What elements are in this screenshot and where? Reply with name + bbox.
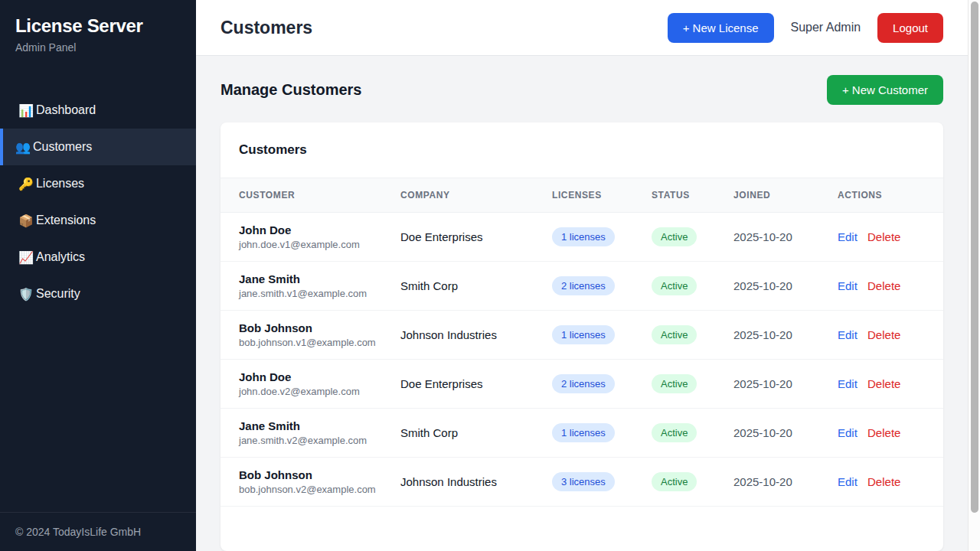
company-cell: Smith Corp xyxy=(400,409,552,458)
delete-link[interactable]: Delete xyxy=(867,230,900,243)
edit-link[interactable]: Edit xyxy=(838,328,858,341)
table-row: Bob Johnson bob.johnson.v2@example.com J… xyxy=(220,458,943,507)
customer-cell: Jane Smith jane.smith.v2@example.com xyxy=(220,409,400,458)
joined-cell: 2025-10-20 xyxy=(733,360,838,409)
status-badge: Active xyxy=(652,472,697,492)
col-company: COMPANY xyxy=(400,178,552,213)
main-column: Customers + New License Super Admin Logo… xyxy=(196,0,980,551)
status-cell: Active xyxy=(652,458,733,507)
sidebar: License Server Admin Panel 📊 Dashboard 👥… xyxy=(0,0,196,551)
edit-link[interactable]: Edit xyxy=(838,426,858,439)
customer-email: jane.smith.v2@example.com xyxy=(239,435,400,446)
sidebar-item-label: Dashboard xyxy=(36,103,96,117)
table-header-row: CUSTOMER COMPANY LICENSES STATUS JOINED … xyxy=(220,178,943,213)
licenses-cell: 1 licenses xyxy=(552,409,652,458)
sidebar-item-security[interactable]: 🛡️ Security xyxy=(0,276,196,312)
licenses-badge: 1 licenses xyxy=(552,423,615,443)
new-license-button[interactable]: + New License xyxy=(668,13,774,43)
card-header: Customers xyxy=(220,122,943,178)
edit-link[interactable]: Edit xyxy=(838,230,858,243)
licenses-cell: 1 licenses xyxy=(552,213,652,262)
status-cell: Active xyxy=(652,213,733,262)
table-row: John Doe john.doe.v2@example.com Doe Ent… xyxy=(220,360,943,409)
company-cell: Doe Enterprises xyxy=(400,213,552,262)
edit-link[interactable]: Edit xyxy=(838,377,858,390)
licenses-icon: 🔑 xyxy=(18,177,34,191)
actions-cell: Edit Delete xyxy=(838,311,943,360)
licenses-badge: 1 licenses xyxy=(552,227,615,247)
table-row: John Doe john.doe.v1@example.com Doe Ent… xyxy=(220,213,943,262)
sidebar-item-licenses[interactable]: 🔑 Licenses xyxy=(0,165,196,202)
customer-cell: Jane Smith jane.smith.v1@example.com xyxy=(220,262,400,311)
joined-cell: 2025-10-20 xyxy=(733,213,838,262)
sidebar-item-extensions[interactable]: 📦 Extensions xyxy=(0,202,196,239)
customer-email: bob.johnson.v1@example.com xyxy=(239,337,400,348)
app-title: License Server xyxy=(15,15,181,37)
customer-email: bob.johnson.v2@example.com xyxy=(239,484,400,495)
logout-button[interactable]: Logout xyxy=(877,13,943,43)
customer-cell: John Doe john.doe.v2@example.com xyxy=(220,360,400,409)
col-actions: ACTIONS xyxy=(838,178,943,213)
table-row: Jane Smith jane.smith.v2@example.com Smi… xyxy=(220,409,943,458)
sidebar-item-customers[interactable]: 👥 Customers xyxy=(0,129,196,165)
sidebar-item-analytics[interactable]: 📈 Analytics xyxy=(0,239,196,276)
licenses-badge: 1 licenses xyxy=(552,325,615,345)
app-subtitle: Admin Panel xyxy=(15,41,181,54)
company-cell: Doe Enterprises xyxy=(400,360,552,409)
licenses-cell: 1 licenses xyxy=(552,311,652,360)
delete-link[interactable]: Delete xyxy=(867,279,900,292)
manage-customers-heading: Manage Customers xyxy=(220,81,362,99)
customer-name: Bob Johnson xyxy=(239,468,400,481)
licenses-cell: 2 licenses xyxy=(552,360,652,409)
sidebar-nav: 📊 Dashboard 👥 Customers 🔑 Licenses 📦 Ext… xyxy=(0,92,196,312)
delete-link[interactable]: Delete xyxy=(867,377,900,390)
user-role-label: Super Admin xyxy=(791,21,861,34)
page-title: Customers xyxy=(220,18,312,38)
delete-link[interactable]: Delete xyxy=(867,426,900,439)
scrollbar-thumb[interactable] xyxy=(971,2,978,513)
actions-cell: Edit Delete xyxy=(838,360,943,409)
customer-email: john.doe.v1@example.com xyxy=(239,239,400,250)
delete-link[interactable]: Delete xyxy=(867,475,900,488)
delete-link[interactable]: Delete xyxy=(867,328,900,341)
new-customer-button[interactable]: + New Customer xyxy=(827,75,943,105)
actions-cell: Edit Delete xyxy=(838,213,943,262)
status-cell: Active xyxy=(652,360,733,409)
company-cell: Johnson Industries xyxy=(400,458,552,507)
table-row: Jane Smith jane.smith.v1@example.com Smi… xyxy=(220,262,943,311)
customer-name: John Doe xyxy=(239,370,400,383)
edit-link[interactable]: Edit xyxy=(838,279,858,292)
edit-link[interactable]: Edit xyxy=(838,475,858,488)
customer-cell: Bob Johnson bob.johnson.v1@example.com xyxy=(220,311,400,360)
sidebar-footer: © 2024 TodayIsLife GmbH xyxy=(0,512,196,551)
analytics-icon: 📈 xyxy=(18,250,34,265)
status-badge: Active xyxy=(652,227,697,247)
customer-name: Jane Smith xyxy=(239,419,400,432)
topbar-actions: + New License Super Admin Logout xyxy=(668,13,943,43)
status-badge: Active xyxy=(652,423,697,443)
dashboard-icon: 📊 xyxy=(18,103,34,118)
status-cell: Active xyxy=(652,311,733,360)
sidebar-item-dashboard[interactable]: 📊 Dashboard xyxy=(0,92,196,129)
customer-email: john.doe.v2@example.com xyxy=(239,386,400,397)
joined-cell: 2025-10-20 xyxy=(733,409,838,458)
status-badge: Active xyxy=(652,374,697,394)
joined-cell: 2025-10-20 xyxy=(733,458,838,507)
customer-name: John Doe xyxy=(239,223,400,236)
table-row: Bob Johnson bob.johnson.v1@example.com J… xyxy=(220,311,943,360)
topbar: Customers + New License Super Admin Logo… xyxy=(196,0,980,56)
customer-cell: John Doe john.doe.v1@example.com xyxy=(220,213,400,262)
company-cell: Johnson Industries xyxy=(400,311,552,360)
table-body: John Doe john.doe.v1@example.com Doe Ent… xyxy=(220,213,943,507)
status-cell: Active xyxy=(652,409,733,458)
joined-cell: 2025-10-20 xyxy=(733,311,838,360)
sidebar-item-label: Licenses xyxy=(36,177,84,191)
table-head: CUSTOMER COMPANY LICENSES STATUS JOINED … xyxy=(220,178,943,213)
status-badge: Active xyxy=(652,325,697,345)
customers-icon: 👥 xyxy=(15,140,31,155)
content-area: Manage Customers + New Customer Customer… xyxy=(196,56,980,551)
scrollbar[interactable] xyxy=(968,0,980,551)
col-licenses: LICENSES xyxy=(552,178,652,213)
customer-email: jane.smith.v1@example.com xyxy=(239,288,400,299)
sidebar-item-label: Customers xyxy=(33,140,92,154)
